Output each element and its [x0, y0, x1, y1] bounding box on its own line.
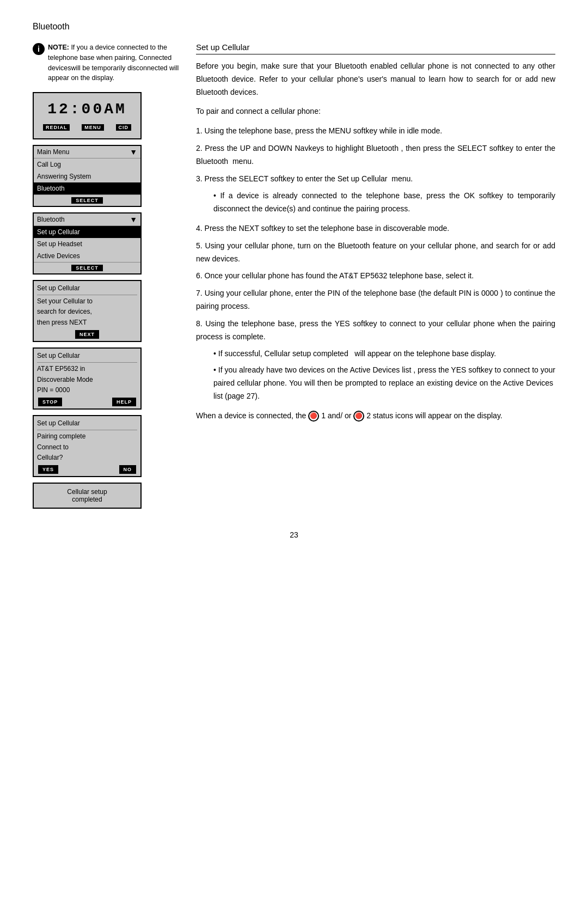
bottom-note-after: status icons will appear on the display.: [373, 411, 503, 420]
intro-paragraph1: Before you begin, make sure that your Bl…: [196, 60, 555, 99]
menu-header-bluetooth: Bluetooth ▼: [34, 213, 140, 226]
step-7: 7. Using your cellular phone, enter the …: [196, 287, 555, 313]
menu-footer-select1: SELECT: [34, 194, 140, 206]
next-footer: NEXT: [37, 330, 137, 339]
bullet-3: If you already have two devices on the A…: [213, 364, 555, 402]
setup-cellular-line2: search for devices,: [37, 307, 137, 317]
softkeys-row: REDIAL MENU CID: [37, 124, 137, 131]
menu-item-answering: Answering System: [34, 170, 140, 182]
step-7-text: Using your cellular phone, enter the PIN…: [196, 289, 555, 310]
note-box: i NOTE: If you a device connected to the…: [33, 42, 180, 83]
discoverable-screen: Set up Cellular AT&T EP5632 in Discovera…: [33, 347, 142, 410]
step-8-text: Using the telephone base, press the YES …: [196, 319, 555, 341]
bottom-note-before: When a device is connected, the: [196, 411, 306, 420]
step-2: 2. Press the UP and DOWN Navkeys to high…: [196, 142, 555, 168]
final-line1: Cellular setup: [37, 488, 137, 496]
yes-button[interactable]: YES: [38, 465, 58, 474]
step-6-text: Once your cellular phone has found the A…: [205, 271, 474, 280]
pairing-line2: Connect to: [37, 442, 137, 453]
time-display: 12:00AM: [37, 97, 137, 121]
setup-cellular-title1: Set up Cellular: [37, 283, 137, 295]
right-column: Set up Cellular Before you begin, make s…: [196, 42, 555, 514]
note-prefix: NOTE:: [48, 44, 69, 51]
pairing-line1: Pairing complete: [37, 431, 137, 442]
discoverable-line2: Discoverable Mode: [37, 375, 137, 385]
softkey-redial: REDIAL: [43, 124, 70, 131]
step-8-bullet-list: If successful, Cellular setup completed …: [205, 347, 555, 402]
stop-button[interactable]: STOP: [38, 398, 62, 406]
left-column: i NOTE: If you a device connected to the…: [33, 42, 180, 514]
setup-cellular-line1: Set your Cellular to: [37, 296, 137, 307]
yes-no-footer: YES NO: [37, 465, 137, 474]
discoverable-line3: PIN = 0000: [37, 385, 137, 395]
step-3-bullet: If a device is already connected to the …: [196, 190, 555, 216]
step-5-text: Using your cellular phone, turn on the B…: [196, 241, 555, 263]
info-icon: i: [33, 43, 45, 55]
step-1-num: 1.: [196, 126, 205, 135]
pairing-screen: Set up Cellular Pairing complete Connect…: [33, 415, 142, 477]
menu-item-calllog: Call Log: [34, 158, 140, 170]
bt-icon-1: 🔴: [308, 411, 319, 422]
menu-item-activedev: Active Devices: [34, 250, 140, 262]
final-screen: Cellular setup completed: [33, 483, 142, 509]
step-8-num: 8.: [196, 319, 205, 328]
setup-cellular-screen1: Set up Cellular Set your Cellular to sea…: [33, 280, 142, 342]
step-3-num: 3.: [196, 174, 205, 183]
intro-paragraph2: To pair and connect a cellular phone:: [196, 105, 555, 118]
step-7-num: 7.: [196, 289, 205, 297]
no-button[interactable]: NO: [119, 465, 137, 474]
step-2-text: Press the UP and DOWN Navkeys to highlig…: [196, 144, 555, 166]
menu-footer-select2: SELECT: [34, 262, 140, 273]
discoverable-line1: AT&T EP5632 in: [37, 364, 137, 374]
step-8-bullets: If successful, Cellular setup completed …: [196, 347, 555, 402]
bt-icon-2: 🔴: [353, 411, 364, 422]
step-1-text: Using the telephone base, press the MENU…: [205, 126, 443, 135]
bullet-2: If successful, Cellular setup completed …: [213, 347, 555, 361]
step-5-num: 5.: [196, 241, 205, 250]
bluetooth-menu-screen: Bluetooth ▼ Set up Cellular Set up Heads…: [33, 212, 142, 274]
menu-item-setuphead: Set up Headset: [34, 238, 140, 250]
menu-item-bluetooth: Bluetooth: [34, 182, 140, 194]
select-button-2[interactable]: SELECT: [71, 265, 103, 271]
setup-cellular-line3: then press NEXT: [37, 318, 137, 328]
step-4: 4. Press the NEXT softkey to set the tel…: [196, 222, 555, 235]
bottom-note: When a device is connected, the 🔴 1 and/…: [196, 410, 555, 423]
section-header: Set up Cellular: [196, 42, 555, 54]
menu-arrow-main: ▼: [130, 148, 137, 156]
step-8: 8. Using the telephone base, press the Y…: [196, 318, 555, 344]
softkey-cid: CID: [116, 124, 132, 131]
menu-item-setupcell: Set up Cellular: [34, 226, 140, 238]
softkey-menu: MENU: [82, 124, 104, 131]
steps-list: 1. Using the telephone base, press the M…: [196, 125, 555, 402]
step-3-bullets: If a device is already connected to the …: [205, 190, 555, 216]
menu-header-main: Main Menu ▼: [34, 146, 140, 158]
step-5: 5. Using your cellular phone, turn on th…: [196, 240, 555, 266]
bullet-1: If a device is already connected to the …: [213, 190, 555, 216]
step-3: 3. Press the SELECT softkey to enter the…: [196, 173, 555, 186]
pairing-line3: Cellular?: [37, 453, 137, 463]
page-title: Bluetooth: [33, 22, 555, 32]
select-button-1[interactable]: SELECT: [71, 197, 103, 204]
step-6: 6. Once your cellular phone has found th…: [196, 270, 555, 283]
stop-help-footer: STOP HELP: [37, 398, 137, 406]
help-button[interactable]: HELP: [112, 398, 136, 406]
menu-arrow-bluetooth: ▼: [130, 215, 137, 224]
bt-and-text: 1 and/ or: [321, 411, 353, 420]
step-2-num: 2.: [196, 144, 205, 152]
menu-title-bluetooth: Bluetooth: [37, 216, 65, 223]
note-text: NOTE: If you a device connected to the t…: [48, 42, 180, 83]
step-1: 1. Using the telephone base, press the M…: [196, 125, 555, 138]
step-4-text: Press the NEXT softkey to set the teleph…: [205, 224, 450, 233]
pairing-title: Set up Cellular: [37, 418, 137, 430]
page-number: 23: [33, 530, 555, 539]
final-line2: completed: [37, 496, 137, 503]
main-menu-screen: Main Menu ▼ Call Log Answering System Bl…: [33, 145, 142, 207]
phone-display: 12:00AM REDIAL MENU CID: [33, 92, 142, 139]
next-button[interactable]: NEXT: [75, 330, 99, 339]
step-4-num: 4.: [196, 224, 205, 233]
menu-title-main: Main Menu: [37, 148, 69, 156]
step-3-text: Press the SELECT softkey to enter the Se…: [205, 174, 413, 183]
bt-2-text: 2: [366, 411, 371, 420]
discoverable-title: Set up Cellular: [37, 351, 137, 363]
step-6-num: 6.: [196, 271, 205, 280]
